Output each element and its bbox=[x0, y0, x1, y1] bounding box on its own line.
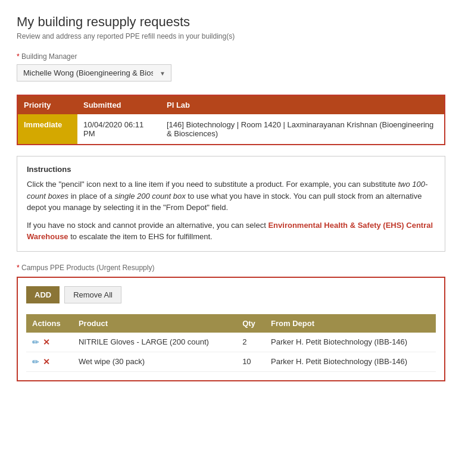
from-depot-cell: Parker H. Petit Biotechnology (IBB-146) bbox=[265, 352, 436, 371]
product-cell: Wet wipe (30 pack) bbox=[73, 352, 236, 371]
qty-header: Qty bbox=[236, 314, 265, 333]
priority-table-container: Priority Submitted PI Lab Immediate 10/0… bbox=[17, 95, 445, 145]
campus-products-container: ADD Remove All Actions Product Qty From … bbox=[17, 277, 445, 381]
pilab-header: PI Lab bbox=[161, 96, 444, 114]
building-manager-field: * Building Manager Michelle Wong (Bioeng… bbox=[17, 52, 445, 95]
instructions-title: Instructions bbox=[27, 165, 435, 174]
pilab-value: [146] Biotechnology | Room 1420 | Laxmin… bbox=[161, 114, 444, 144]
qty-cell: 2 bbox=[236, 333, 265, 352]
campus-ppe-label-wrapper: * Campus PPE Products (Urgent Resupply) bbox=[17, 264, 445, 272]
submitted-header: Submitted bbox=[77, 96, 161, 114]
from-depot-header: From Depot bbox=[265, 314, 436, 333]
table-row: ✏ ✕ NITRILE Gloves - LARGE (200 count) 2… bbox=[26, 333, 436, 352]
product-cell: NITRILE Gloves - LARGE (200 count) bbox=[73, 333, 236, 352]
campus-ppe-label: * Campus PPE Products (Urgent Resupply) bbox=[17, 264, 445, 272]
products-header-row: Actions Product Qty From Depot bbox=[26, 314, 436, 333]
add-button[interactable]: ADD bbox=[26, 286, 60, 303]
delete-icon[interactable]: ✕ bbox=[43, 357, 50, 367]
priority-header: Priority bbox=[18, 96, 77, 114]
remove-all-button[interactable]: Remove All bbox=[64, 286, 121, 303]
priority-table-row: Immediate 10/04/2020 06:11 PM [146] Biot… bbox=[18, 114, 444, 144]
actions-cell: ✏ ✕ bbox=[26, 333, 73, 352]
priority-table: Priority Submitted PI Lab Immediate 10/0… bbox=[18, 96, 444, 144]
button-row: ADD Remove All bbox=[26, 286, 436, 303]
actions-header: Actions bbox=[26, 314, 73, 333]
qty-cell: 10 bbox=[236, 352, 265, 371]
page-title: My building resupply requests bbox=[17, 14, 445, 30]
products-table: Actions Product Qty From Depot ✏ ✕ NITRI… bbox=[26, 314, 436, 372]
priority-table-header-row: Priority Submitted PI Lab bbox=[18, 96, 444, 114]
priority-value: Immediate bbox=[18, 114, 77, 144]
building-manager-select[interactable]: Michelle Wong (Bioengineering & Bioscien… bbox=[17, 64, 171, 82]
building-manager-select-wrapper[interactable]: Michelle Wong (Bioengineering & Bioscien… bbox=[17, 64, 171, 82]
from-depot-cell: Parker H. Petit Biotechnology (IBB-146) bbox=[265, 333, 436, 352]
instructions-box: Instructions Click the "pencil" icon nex… bbox=[17, 156, 445, 252]
edit-icon[interactable]: ✏ bbox=[32, 357, 39, 367]
building-manager-label: * Building Manager bbox=[17, 52, 445, 61]
instructions-paragraph1: Click the "pencil" icon next to a line i… bbox=[27, 178, 435, 214]
delete-icon[interactable]: ✕ bbox=[43, 337, 50, 347]
table-row: ✏ ✕ Wet wipe (30 pack) 10 Parker H. Peti… bbox=[26, 352, 436, 371]
submitted-value: 10/04/2020 06:11 PM bbox=[77, 114, 161, 144]
page-subtitle: Review and address any reported PPE refi… bbox=[17, 32, 445, 40]
edit-icon[interactable]: ✏ bbox=[32, 337, 39, 347]
actions-cell: ✏ ✕ bbox=[26, 352, 73, 371]
product-header: Product bbox=[73, 314, 236, 333]
instructions-paragraph2: If you have no stock and cannot provide … bbox=[27, 220, 435, 243]
